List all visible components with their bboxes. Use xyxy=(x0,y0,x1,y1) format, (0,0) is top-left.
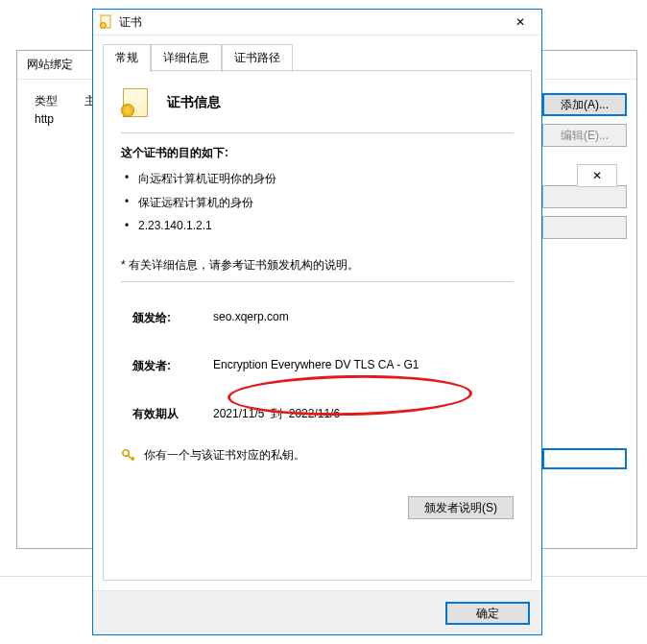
issuer-statement-button[interactable]: 颁发者说明(S) xyxy=(408,496,514,519)
purpose-item: 向远程计算机证明你的身份 xyxy=(138,171,514,187)
binding-type-value[interactable]: http xyxy=(35,112,54,126)
unknown-button-2[interactable] xyxy=(542,216,627,239)
issued-to-value: seo.xqerp.com xyxy=(213,310,514,326)
validity-value: 2021/11/5 到 2022/11/6 xyxy=(213,406,514,422)
private-key-row: 你有一个与该证书对应的私钥。 xyxy=(121,447,514,464)
add-button[interactable]: 添加(A)... xyxy=(542,93,627,116)
validity-label: 有效期从 xyxy=(132,406,213,422)
unknown-button-1[interactable] xyxy=(542,185,627,208)
certificate-icon xyxy=(121,88,156,117)
svg-point-1 xyxy=(101,23,107,29)
tab-general[interactable]: 常规 xyxy=(103,44,151,72)
close-icon: ✕ xyxy=(592,169,602,182)
certificate-title-text: 证书 xyxy=(119,14,498,31)
tab-details[interactable]: 详细信息 xyxy=(151,44,222,72)
column-type-header: 类型 xyxy=(35,93,58,109)
certificate-dialog: 证书 ✕ 常规 详细信息 证书路径 证书信息 这个证书的目的如下: 向远程计算机… xyxy=(92,9,542,635)
issued-by-label: 颁发者: xyxy=(132,358,213,374)
issued-by-value: Encryption Everywhere DV TLS CA - G1 xyxy=(213,358,514,374)
purpose-heading: 这个证书的目的如下: xyxy=(121,145,514,161)
close-button[interactable]: ✕ xyxy=(498,10,541,36)
issued-by-row: 颁发者: Encryption Everywhere DV TLS CA - G… xyxy=(121,342,514,390)
close-icon: ✕ xyxy=(515,15,525,29)
key-icon xyxy=(121,448,136,464)
issued-to-row: 颁发给: seo.xqerp.com xyxy=(121,294,514,342)
purpose-item: 保证远程计算机的身份 xyxy=(138,195,514,211)
ok-button[interactable]: 确定 xyxy=(445,602,530,625)
purpose-list: 向远程计算机证明你的身份 保证远程计算机的身份 2.23.140.1.2.1 xyxy=(121,171,514,232)
inner-close-button[interactable]: ✕ xyxy=(577,164,617,187)
certificate-titlebar[interactable]: 证书 ✕ xyxy=(93,10,541,36)
purpose-item: 2.23.140.1.2.1 xyxy=(138,219,514,232)
selection-highlight xyxy=(542,448,627,469)
certificate-info-header: 证书信息 xyxy=(167,94,221,111)
issued-to-label: 颁发给: xyxy=(132,310,213,326)
private-key-text: 你有一个与该证书对应的私钥。 xyxy=(144,447,305,464)
edit-button[interactable]: 编辑(E)... xyxy=(542,124,627,147)
certificate-title-icon xyxy=(99,14,114,30)
tab-path[interactable]: 证书路径 xyxy=(222,44,293,72)
tab-bar: 常规 详细信息 证书路径 xyxy=(93,36,541,71)
certificate-footer: 确定 xyxy=(93,590,541,634)
tab-content-general: 证书信息 这个证书的目的如下: 向远程计算机证明你的身份 保证远程计算机的身份 … xyxy=(103,71,532,581)
details-note: * 有关详细信息，请参考证书颁发机构的说明。 xyxy=(121,257,514,274)
validity-row: 有效期从 2021/11/5 到 2022/11/6 xyxy=(121,390,514,438)
